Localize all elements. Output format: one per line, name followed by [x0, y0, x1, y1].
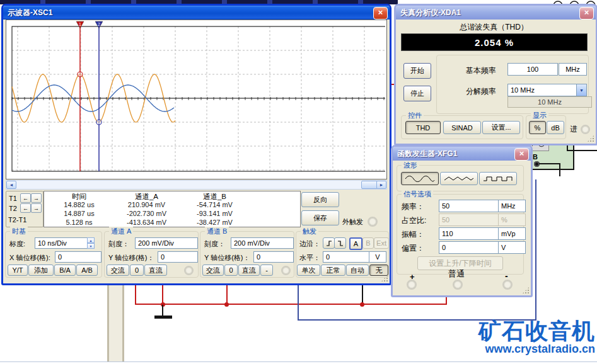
- trigger-source-b-button[interactable]: B: [362, 237, 374, 249]
- thd-label: 总谐波失真（THD）: [396, 22, 592, 33]
- cursor1-right-button[interactable]: →: [31, 193, 42, 203]
- trigger-level-field[interactable]: 0: [323, 251, 373, 263]
- duty-field: 50: [439, 213, 503, 226]
- signal-options-caption: 信号选项: [402, 190, 433, 198]
- amplitude-unit[interactable]: mVp: [498, 227, 526, 240]
- xda1-close-button[interactable]: ×: [579, 7, 594, 20]
- fundamental-field[interactable]: 100: [507, 63, 558, 76]
- resize-grip[interactable]: [587, 135, 594, 142]
- cursor2-left-button[interactable]: ←: [20, 203, 31, 213]
- trigger-none-button[interactable]: 无: [369, 264, 388, 276]
- scope-display[interactable]: 12: [6, 20, 385, 178]
- timebase-spinner[interactable]: ▲▼: [87, 237, 95, 249]
- trigger-normal-button[interactable]: 正常: [321, 264, 345, 276]
- scope-scrollbar[interactable]: ◄ ►: [6, 180, 387, 190]
- oscilloscope-titlebar[interactable]: 示波器-XSC1: [3, 6, 390, 20]
- mode-add-button[interactable]: 添加: [28, 264, 54, 276]
- offset-unit[interactable]: V: [498, 241, 526, 254]
- channel-a-shift-label: Y 轴位移(格)：: [108, 253, 154, 263]
- xfg1-close-button[interactable]: ×: [514, 148, 529, 161]
- sinad-button[interactable]: SINAD: [443, 121, 481, 134]
- settings-button[interactable]: 设置...: [482, 121, 520, 134]
- trigger-source-ext-button[interactable]: Ext: [374, 237, 389, 249]
- timebase-group: 时基 标度: 10 ns/Div ▲▼ X 轴位移(格): 0 Y/T 添加 B…: [5, 231, 102, 278]
- channel-b-zero-button[interactable]: 0: [224, 264, 238, 276]
- square-wave-button[interactable]: [479, 172, 517, 185]
- channel-b-shift-field[interactable]: 0: [253, 251, 294, 263]
- bottom-edge-line: [0, 361, 597, 362]
- channel-a-caption: 通道 A: [109, 227, 133, 236]
- watermark-title: 矿石收音机: [478, 319, 595, 343]
- xda1-titlebar[interactable]: 失真分析仪-XDA1: [396, 6, 596, 20]
- xfg1-titlebar[interactable]: 函数发生器-XFG1: [393, 147, 531, 161]
- frequency-unit[interactable]: MHz: [498, 200, 526, 212]
- cursor1-left-button[interactable]: ←: [20, 193, 31, 203]
- wire-blue-v1[interactable]: [298, 282, 299, 321]
- save-button[interactable]: 保存: [301, 210, 339, 225]
- timebase-scale-field[interactable]: 10 ns/Div: [35, 237, 91, 249]
- fundamental-unit-field[interactable]: MHz: [559, 63, 587, 76]
- mode-ba-button[interactable]: B/A: [54, 264, 76, 276]
- falling-edge-button[interactable]: [334, 237, 346, 249]
- waveform-caption: 波形: [402, 161, 419, 169]
- cursor2-right-button[interactable]: →: [31, 203, 42, 213]
- dt-time: 5.128 ns: [49, 219, 109, 226]
- frequency-field[interactable]: 50: [439, 200, 503, 212]
- col-channel-b: 通道_B: [182, 192, 248, 202]
- channel-b-ac-button[interactable]: 交流: [202, 264, 224, 276]
- oscilloscope-content: 12 ◄ ► T1 ← → T2 ← → T2-T1 时间 通道_A: [3, 20, 390, 283]
- scroll-right-button[interactable]: ►: [376, 181, 386, 189]
- scroll-left-button[interactable]: ◄: [6, 181, 16, 189]
- ground-bar[interactable]: [154, 316, 172, 319]
- channel-a-shift-field[interactable]: 0: [158, 251, 198, 263]
- channel-b-minus-button[interactable]: -: [260, 264, 273, 276]
- resolution-dropdown[interactable]: 10 MHz ▼: [507, 84, 587, 96]
- trigger-source-a-button[interactable]: A: [349, 237, 362, 250]
- rising-edge-button[interactable]: [323, 237, 335, 249]
- cursor2-label: T2: [9, 205, 17, 212]
- channel-b-dc-button[interactable]: 直流: [238, 264, 260, 276]
- wire-black-3: [567, 150, 597, 151]
- spin-down-icon[interactable]: ▼: [87, 243, 95, 249]
- resize-grip[interactable]: [522, 287, 530, 294]
- node-label-b: B: [533, 153, 538, 161]
- chevron-down-icon[interactable]: ▼: [576, 84, 586, 96]
- amplitude-field[interactable]: 110: [439, 227, 503, 240]
- channel-b-scale-field[interactable]: 200 mV/Div: [231, 237, 294, 249]
- mode-ab-button[interactable]: A/B: [76, 264, 98, 276]
- spin-up-icon[interactable]: ▲: [87, 237, 95, 243]
- timebase-shift-field[interactable]: 0: [55, 251, 101, 263]
- wire-blue-v2[interactable]: [535, 179, 536, 321]
- ext-trigger-terminal: [368, 217, 378, 227]
- trigger-single-button[interactable]: 单次: [297, 264, 320, 276]
- reverse-button[interactable]: 反向: [301, 192, 339, 207]
- triangle-wave-button[interactable]: [440, 172, 478, 185]
- sine-wave-button[interactable]: [401, 172, 439, 185]
- channel-a-zero-button[interactable]: 0: [130, 264, 144, 276]
- duty-unit: %: [498, 213, 526, 226]
- t1-time: 14.882 us: [49, 201, 109, 208]
- wire-red-h[interactable]: [135, 304, 447, 305]
- trigger-level-unit[interactable]: V: [369, 251, 386, 263]
- controls-caption: 控件: [406, 111, 424, 120]
- cursor-panel: T1 ← → T2 ← → T2-T1: [6, 191, 43, 227]
- xda1-title: 失真分析仪-XDA1: [396, 8, 461, 18]
- channel-a-dc-button[interactable]: 直流: [144, 264, 167, 276]
- oscilloscope-close-button[interactable]: ×: [373, 7, 388, 20]
- channel-b-terminal: [281, 266, 291, 275]
- scroll-thumb[interactable]: [361, 181, 378, 189]
- db-button[interactable]: dB: [547, 121, 564, 134]
- thd-button[interactable]: THD: [405, 121, 441, 134]
- stop-button[interactable]: 停止: [403, 86, 431, 101]
- mode-yt-button[interactable]: Y/T: [8, 264, 28, 276]
- signal-options-group: 信号选项 频率： 50 MHz 占空比: 50 % 振幅： 110 mVp 偏置…: [397, 194, 524, 275]
- start-button[interactable]: 开始: [403, 63, 431, 79]
- percent-button[interactable]: %: [529, 121, 546, 134]
- channel-a-scale-field[interactable]: 200 mV/Div: [135, 237, 198, 249]
- wire-black-4: [539, 163, 560, 164]
- frequency-group: 基本频率 100 MHz 分解频率 10 MHz ▼ 10 MHz: [436, 55, 589, 114]
- channel-a-ac-button[interactable]: 交流: [107, 264, 129, 276]
- trigger-auto-button[interactable]: 自动: [346, 264, 369, 276]
- rising-edge-icon: [325, 239, 333, 247]
- offset-field[interactable]: 0: [439, 241, 503, 254]
